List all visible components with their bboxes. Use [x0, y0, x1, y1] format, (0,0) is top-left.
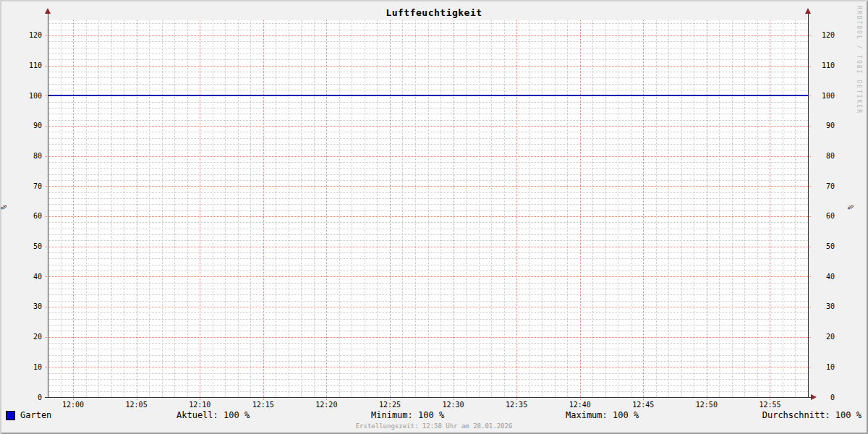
y-tick-label-right: 10: [812, 363, 835, 371]
gridline-v-minor: [555, 20, 556, 397]
gridline-v-minor: [694, 20, 694, 397]
gridline-v-minor: [466, 20, 467, 397]
gridline-v-minor: [542, 20, 542, 397]
gridline-v-minor: [352, 20, 352, 397]
gridline-v-minor: [441, 20, 441, 397]
y-tick-label-right: 110: [812, 61, 835, 69]
y-axis-arrow-right-icon: [805, 8, 811, 14]
x-axis: [45, 397, 812, 398]
gridline-v-major: [326, 20, 327, 400]
stat-maximum: Maximum: 100 %: [566, 410, 639, 420]
gridline-v-minor: [149, 20, 150, 397]
y-tick-label-left: 80: [19, 152, 42, 160]
legend-swatch: [6, 411, 15, 420]
y-tick-label-left: 100: [19, 92, 42, 100]
stat-durchschnitt: Durchschnitt: 100 %: [762, 410, 861, 420]
gridline-v-minor: [668, 20, 669, 397]
x-tick-label: 12:55: [754, 401, 786, 409]
gridline-h-major: [45, 247, 811, 247]
gridline-v-major: [454, 20, 454, 400]
gridline-h-major: [45, 156, 811, 157]
gridline-v-minor: [415, 20, 416, 397]
y-tick-label-right: 120: [812, 31, 835, 39]
x-tick-label: 12:40: [564, 401, 596, 409]
y-tick-label-right: 20: [812, 333, 835, 341]
y-axis-right: [808, 12, 809, 397]
gridline-v-minor: [365, 20, 365, 397]
gridline-v-minor: [479, 20, 480, 397]
y-tick-label-right: 70: [812, 182, 835, 190]
gridline-v-minor: [238, 20, 239, 397]
x-tick-label: 12:35: [501, 401, 532, 409]
y-tick-label-right: 90: [812, 122, 835, 129]
gridline-v-minor: [618, 20, 618, 397]
y-tick-label-left: 120: [19, 31, 42, 39]
y-unit-label-right: %: [846, 205, 854, 209]
gridline-v-minor: [187, 20, 188, 397]
y-tick-label-right: 60: [812, 212, 835, 220]
gridline-v-minor: [276, 20, 276, 397]
gridline-v-minor: [592, 20, 593, 397]
legend-series-label: Garten: [20, 410, 51, 420]
gridline-h-major: [45, 307, 811, 307]
gridline-v-minor: [289, 20, 289, 397]
x-tick-label: 12:20: [310, 401, 342, 409]
y-tick-label-left: 70: [19, 182, 42, 190]
y-tick-label-left: 110: [19, 61, 42, 69]
x-tick-label: 12:25: [374, 401, 406, 409]
y-tick-label-right: 30: [812, 302, 835, 310]
y-tick-label-left: 20: [19, 333, 42, 341]
gridline-v-minor: [656, 20, 657, 397]
x-tick-label: 12:45: [627, 401, 659, 409]
gridline-h-major: [45, 126, 811, 127]
y-tick-label-left: 0: [19, 393, 42, 401]
y-axis-left: [48, 12, 48, 397]
gridline-v-minor: [339, 20, 340, 397]
gridline-v-minor: [225, 20, 226, 397]
y-tick-label-right: 40: [812, 273, 835, 281]
gridline-v-minor: [111, 20, 112, 397]
gridline-v-minor: [124, 20, 124, 397]
grid-layer: 0010102020303040405050606070708080909010…: [0, 0, 868, 434]
y-unit-label-left: %: [0, 205, 8, 209]
gridline-v-major: [390, 20, 391, 400]
gridline-v-minor: [314, 20, 315, 397]
x-tick-label: 12:50: [691, 401, 723, 409]
gridline-v-major: [73, 20, 74, 400]
rrdtool-watermark: RRDTOOL / TOBI OETIKER: [856, 6, 862, 114]
gridline-v-minor: [301, 20, 302, 397]
gridline-v-minor: [174, 20, 175, 397]
gridline-v-minor: [605, 20, 606, 397]
gridline-v-minor: [491, 20, 492, 397]
gridline-h-major: [45, 186, 811, 187]
gridline-v-minor: [783, 20, 783, 397]
x-axis-arrow-icon: [811, 394, 817, 400]
stat-aktuell: Aktuell: 100 %: [176, 410, 250, 420]
gridline-v-major: [200, 20, 200, 400]
gridline-h-major: [45, 216, 811, 217]
y-tick-label-left: 30: [19, 302, 42, 310]
gridline-v-minor: [719, 20, 720, 397]
gridline-v-major: [580, 20, 581, 400]
gridline-v-minor: [795, 20, 796, 397]
y-tick-label-right: 100: [812, 92, 835, 100]
gridline-v-major: [770, 20, 770, 400]
y-tick-label-left: 40: [19, 273, 42, 281]
gridline-v-minor: [86, 20, 87, 397]
gridline-h-major: [45, 276, 811, 277]
gridline-v-major: [137, 20, 137, 400]
gridline-v-minor: [162, 20, 163, 397]
gridline-v-major: [707, 20, 707, 400]
y-tick-label-right: 80: [812, 152, 835, 160]
x-tick-label: 12:00: [57, 401, 89, 409]
y-tick-label-left: 10: [19, 363, 42, 371]
x-tick-label: 12:10: [184, 401, 216, 409]
y-axis-arrow-left-icon: [45, 8, 51, 14]
x-tick-label: 12:30: [438, 401, 469, 409]
y-tick-label-left: 50: [19, 242, 42, 250]
gridline-v-major: [516, 20, 517, 400]
gridline-h-major: [45, 367, 811, 367]
gridline-h-major: [45, 66, 811, 67]
y-tick-label-right: 50: [812, 242, 835, 250]
gridline-v-minor: [504, 20, 505, 397]
